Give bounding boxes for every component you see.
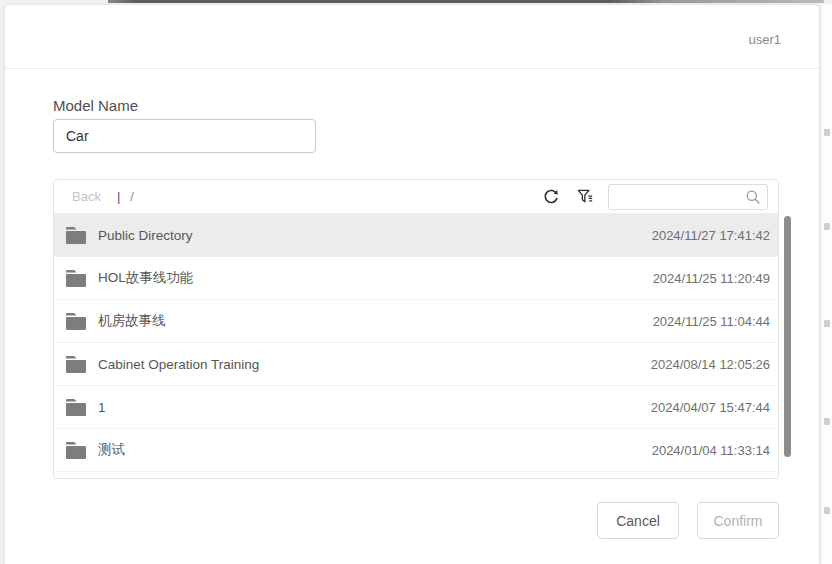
list-item[interactable]: 机房故事线 2024/11/25 11:04:44 [54, 300, 778, 343]
folder-date: 2024/11/25 11:04:44 [653, 314, 770, 329]
page-edge-artifact [824, 507, 830, 514]
directory-browser-panel: Back | / [53, 179, 779, 479]
folder-date: 2024/08/14 12:05:26 [651, 357, 770, 372]
folder-name: 1 [98, 400, 106, 415]
folder-date: 2024/11/27 17:41:42 [652, 228, 770, 243]
page-edge-artifact [824, 418, 830, 425]
folder-date: 2024/01/04 11:33:14 [652, 443, 770, 458]
folder-name: 机房故事线 [98, 312, 166, 330]
folder-date: 2024/11/25 11:20:49 [653, 271, 770, 286]
search-box [608, 184, 768, 210]
list-item[interactable]: Cabinet Operation Training 2024/08/14 12… [54, 343, 778, 386]
folder-icon [66, 313, 86, 330]
list-item[interactable]: HOL故事线功能 2024/11/25 11:20:49 [54, 257, 778, 300]
back-button[interactable]: Back [72, 189, 101, 204]
page-edge-artifact [824, 320, 830, 327]
search-input[interactable] [617, 190, 745, 204]
browser-toolbar: Back | / [54, 180, 778, 214]
dialog-header: user1 [5, 5, 819, 69]
folder-icon [66, 356, 86, 373]
list-item[interactable]: Public Directory 2024/11/27 17:41:42 [54, 214, 778, 257]
model-name-label: Model Name [53, 97, 138, 114]
folder-name: Public Directory [98, 228, 193, 243]
current-username: user1 [748, 32, 781, 47]
filter-button[interactable] [574, 186, 596, 208]
search-icon [745, 189, 761, 205]
folder-date: 2024/04/07 15:47:44 [651, 400, 770, 415]
refresh-icon [542, 187, 561, 206]
background-page-header-strip [108, 0, 824, 3]
list-scrollbar-thumb[interactable] [784, 216, 791, 457]
save-model-dialog: user1 Model Name Back | / [4, 4, 820, 564]
page-edge-artifact [824, 223, 830, 230]
page-edge-artifact [824, 129, 830, 136]
folder-name: HOL故事线功能 [98, 269, 193, 287]
list-item[interactable]: 测试 2024/01/04 11:33:14 [54, 429, 778, 472]
model-name-input[interactable] [53, 119, 316, 153]
folder-name: Cabinet Operation Training [98, 357, 259, 372]
breadcrumb[interactable]: / [130, 189, 134, 204]
breadcrumb-separator: | [117, 189, 120, 204]
folder-icon [66, 399, 86, 416]
list-item[interactable]: 1 2024/04/07 15:47:44 [54, 386, 778, 429]
folder-icon [66, 442, 86, 459]
filter-icon [576, 187, 595, 206]
cancel-button[interactable]: Cancel [597, 502, 679, 539]
background-page-edge [820, 4, 832, 564]
confirm-button[interactable]: Confirm [697, 502, 779, 539]
folder-icon [66, 270, 86, 287]
folder-icon [66, 227, 86, 244]
folder-name: 测试 [98, 441, 125, 459]
refresh-button[interactable] [540, 186, 562, 208]
directory-list: Public Directory 2024/11/27 17:41:42 HOL… [54, 214, 778, 472]
